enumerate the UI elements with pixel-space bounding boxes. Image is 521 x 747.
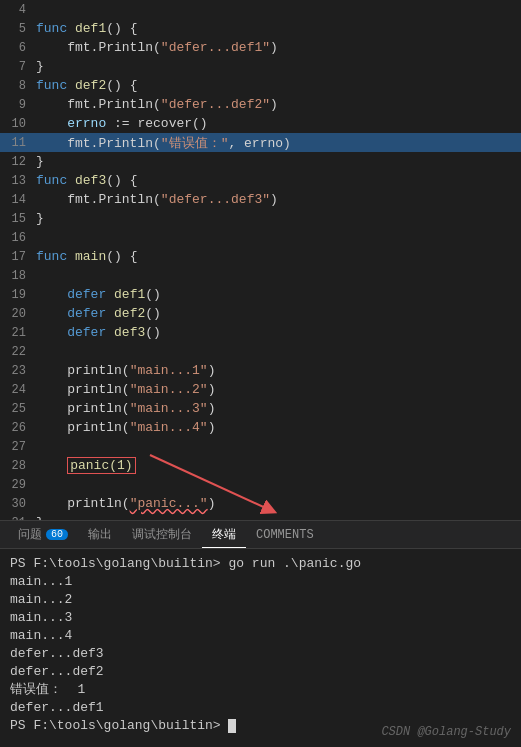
line-number: 17 [0, 250, 36, 264]
code-line-15: 15} [0, 209, 521, 228]
line-content: println("panic...") [36, 496, 521, 511]
line-number: 15 [0, 212, 36, 226]
line-number: 16 [0, 231, 36, 245]
line-content: println("main...3") [36, 401, 521, 416]
code-line-16: 16 [0, 228, 521, 247]
tab-label: COMMENTS [256, 528, 314, 542]
line-number: 26 [0, 421, 36, 435]
code-line-28: 28 panic(1) [0, 456, 521, 475]
terminal-output-line: defer...def1 [10, 699, 511, 717]
line-number: 9 [0, 98, 36, 112]
line-content: println("main...4") [36, 420, 521, 435]
tab-bar: 问题60输出调试控制台终端COMMENTS [0, 521, 521, 549]
terminal-output-line: main...1 [10, 573, 511, 591]
code-line-14: 14 fmt.Println("defer...def3") [0, 190, 521, 209]
code-line-17: 17func main() { [0, 247, 521, 266]
code-line-7: 7} [0, 57, 521, 76]
tab-终端[interactable]: 终端 [202, 522, 246, 548]
line-content: fmt.Println("错误值：", errno) [36, 134, 521, 152]
code-line-24: 24 println("main...2") [0, 380, 521, 399]
line-content: } [36, 154, 521, 169]
line-content: func def3() { [36, 173, 521, 188]
line-content: func def2() { [36, 78, 521, 93]
code-line-30: 30 println("panic...") [0, 494, 521, 513]
line-content: } [36, 59, 521, 74]
code-line-10: 10 errno := recover() [0, 114, 521, 133]
code-line-27: 27 [0, 437, 521, 456]
code-line-18: 18 [0, 266, 521, 285]
line-content: func def1() { [36, 21, 521, 36]
terminal-prompt-line: PS F:\tools\golang\builtin> go run .\pan… [10, 555, 511, 573]
line-content: } [36, 211, 521, 226]
code-line-21: 21 defer def3() [0, 323, 521, 342]
code-line-29: 29 [0, 475, 521, 494]
code-line-19: 19 defer def1() [0, 285, 521, 304]
terminal-output-line: main...2 [10, 591, 511, 609]
code-line-11: 11 fmt.Println("错误值：", errno) [0, 133, 521, 152]
bottom-panel: 问题60输出调试控制台终端COMMENTS PS F:\tools\golang… [0, 520, 521, 747]
line-content: defer def1() [36, 287, 521, 302]
line-number: 27 [0, 440, 36, 454]
line-content: fmt.Println("defer...def3") [36, 192, 521, 207]
line-number: 30 [0, 497, 36, 511]
line-content: defer def2() [36, 306, 521, 321]
tab-label: 输出 [88, 526, 112, 543]
line-number: 29 [0, 478, 36, 492]
line-number: 21 [0, 326, 36, 340]
line-number: 31 [0, 516, 36, 521]
terminal-output-line: 错误值： 1 [10, 681, 511, 699]
line-number: 25 [0, 402, 36, 416]
code-line-5: 5func def1() { [0, 19, 521, 38]
code-line-20: 20 defer def2() [0, 304, 521, 323]
code-line-22: 22 [0, 342, 521, 361]
line-number: 19 [0, 288, 36, 302]
line-number: 28 [0, 459, 36, 473]
panic-call: panic(1) [67, 457, 135, 474]
tab-badge: 60 [46, 529, 68, 540]
tab-输出[interactable]: 输出 [78, 522, 122, 547]
line-content: println("main...2") [36, 382, 521, 397]
line-content: func main() { [36, 249, 521, 264]
line-number: 11 [0, 136, 36, 150]
code-editor: 45func def1() {6 fmt.Println("defer...de… [0, 0, 521, 520]
line-content: errno := recover() [36, 116, 521, 131]
terminal-area[interactable]: PS F:\tools\golang\builtin> go run .\pan… [0, 549, 521, 747]
line-content: defer def3() [36, 325, 521, 340]
terminal-output-line: defer...def3 [10, 645, 511, 663]
code-line-12: 12} [0, 152, 521, 171]
line-number: 10 [0, 117, 36, 131]
code-line-8: 8func def2() { [0, 76, 521, 95]
code-line-26: 26 println("main...4") [0, 418, 521, 437]
terminal-output-line: main...3 [10, 609, 511, 627]
line-number: 24 [0, 383, 36, 397]
tab-label: 问题 [18, 526, 42, 543]
line-number: 12 [0, 155, 36, 169]
line-number: 22 [0, 345, 36, 359]
tab-comments[interactable]: COMMENTS [246, 524, 324, 546]
tab-调试控制台[interactable]: 调试控制台 [122, 522, 202, 547]
code-line-4: 4 [0, 0, 521, 19]
line-number: 8 [0, 79, 36, 93]
line-number: 18 [0, 269, 36, 283]
line-content: } [36, 515, 521, 520]
code-line-25: 25 println("main...3") [0, 399, 521, 418]
line-number: 7 [0, 60, 36, 74]
code-line-31: 31} [0, 513, 521, 520]
line-number: 14 [0, 193, 36, 207]
code-line-6: 6 fmt.Println("defer...def1") [0, 38, 521, 57]
line-content: println("main...1") [36, 363, 521, 378]
line-number: 13 [0, 174, 36, 188]
line-number: 5 [0, 22, 36, 36]
line-content: fmt.Println("defer...def2") [36, 97, 521, 112]
line-content: panic(1) [36, 458, 521, 473]
line-number: 20 [0, 307, 36, 321]
line-number: 6 [0, 41, 36, 55]
line-number: 23 [0, 364, 36, 378]
cursor [228, 719, 236, 733]
watermark: CSDN @Golang-Study [381, 725, 511, 739]
tab-label: 调试控制台 [132, 526, 192, 543]
tab-问题[interactable]: 问题60 [8, 522, 78, 547]
line-content: fmt.Println("defer...def1") [36, 40, 521, 55]
terminal-output-line: main...4 [10, 627, 511, 645]
code-line-13: 13func def3() { [0, 171, 521, 190]
